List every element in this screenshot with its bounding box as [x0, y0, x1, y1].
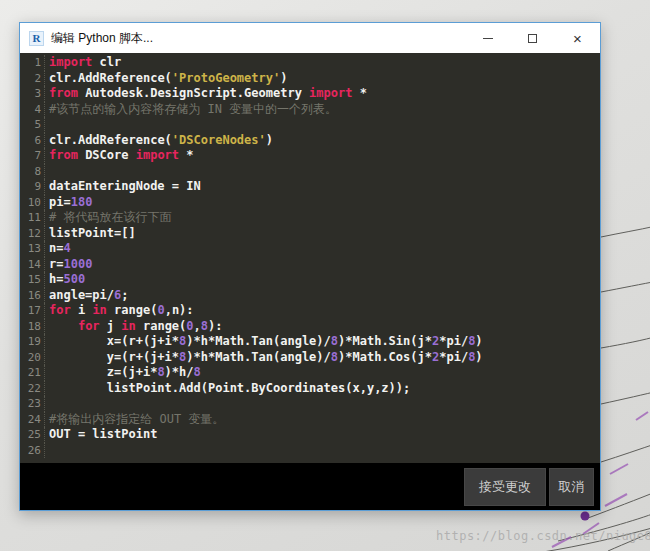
code-line: 1import clr — [20, 55, 600, 71]
code-line: 12listPoint=[] — [20, 226, 600, 242]
code-text — [49, 164, 600, 180]
code-line: 23 — [20, 396, 600, 412]
python-editor-window: R 编辑 Python 脚本... × 1import clr2clr.AddR… — [19, 22, 601, 511]
window-controls: × — [465, 23, 600, 53]
code-text: n=4 — [49, 241, 600, 257]
line-number: 7 — [20, 148, 45, 164]
code-text: angle=pi/6; — [49, 288, 600, 304]
code-line: 2clr.AddReference('ProtoGeometry') — [20, 71, 600, 87]
code-text: from DSCore import * — [49, 148, 600, 164]
accept-changes-button[interactable]: 接受更改 — [464, 468, 546, 506]
code-line: 21 z=(j+i*8)*h/8 — [20, 365, 600, 381]
code-line: 19 x=(r+(j+i*8)*h*Math.Tan(angle)/8)*Mat… — [20, 334, 600, 350]
code-text: for j in range(0,8): — [49, 319, 600, 335]
line-number: 5 — [20, 117, 45, 133]
code-line: 10pi=180 — [20, 195, 600, 211]
minimize-icon — [483, 38, 493, 39]
cancel-button[interactable]: 取消 — [549, 468, 594, 506]
line-number: 15 — [20, 272, 45, 288]
maximize-button[interactable] — [510, 23, 555, 53]
code-text — [49, 396, 600, 412]
code-line: 26 — [20, 443, 600, 459]
code-line: 20 y=(r+(j+i*8)*h*Math.Tan(angle)/8)*Mat… — [20, 350, 600, 366]
code-text: listPoint.Add(Point.ByCoordinates(x,y,z)… — [49, 381, 600, 397]
code-text: r=1000 — [49, 257, 600, 273]
line-number: 20 — [20, 350, 45, 366]
code-text: y=(r+(j+i*8)*h*Math.Tan(angle)/8)*Math.C… — [49, 350, 600, 366]
code-text: clr.AddReference('DSCoreNodes') — [49, 133, 600, 149]
code-editor[interactable]: 1import clr2clr.AddReference('ProtoGeome… — [20, 53, 600, 463]
line-number: 12 — [20, 226, 45, 242]
line-number: 24 — [20, 412, 45, 428]
code-line: 5 — [20, 117, 600, 133]
code-text: OUT = listPoint — [49, 427, 600, 443]
code-text: import clr — [49, 55, 600, 71]
close-icon: × — [573, 31, 582, 46]
line-number: 13 — [20, 241, 45, 257]
line-number: 16 — [20, 288, 45, 304]
code-line: 7from DSCore import * — [20, 148, 600, 164]
code-line: 4#该节点的输入内容将存储为 IN 变量中的一个列表。 — [20, 102, 600, 118]
line-number: 11 — [20, 210, 45, 226]
line-number: 4 — [20, 102, 45, 118]
code-text: pi=180 — [49, 195, 600, 211]
line-number: 18 — [20, 319, 45, 335]
code-line: 14r=1000 — [20, 257, 600, 273]
code-text: for i in range(0,n): — [49, 303, 600, 319]
code-text: dataEnteringNode = IN — [49, 179, 600, 195]
line-number: 22 — [20, 381, 45, 397]
code-line: 3from Autodesk.DesignScript.Geometry imp… — [20, 86, 600, 102]
code-text: #将输出内容指定给 OUT 变量。 — [49, 412, 600, 428]
window-title: 编辑 Python 脚本... — [51, 30, 153, 47]
line-number: 23 — [20, 396, 45, 412]
line-number: 19 — [20, 334, 45, 350]
line-number: 21 — [20, 365, 45, 381]
window-titlebar[interactable]: R 编辑 Python 脚本... × — [20, 23, 600, 53]
line-number: 26 — [20, 443, 45, 459]
code-line: 25OUT = listPoint — [20, 427, 600, 443]
code-line: 11# 将代码放在该行下面 — [20, 210, 600, 226]
line-number: 1 — [20, 55, 45, 71]
code-line: 16angle=pi/6; — [20, 288, 600, 304]
maximize-icon — [528, 34, 537, 43]
code-text: # 将代码放在该行下面 — [49, 210, 600, 226]
line-number: 2 — [20, 71, 45, 87]
line-number: 25 — [20, 427, 45, 443]
line-number: 3 — [20, 86, 45, 102]
code-line: 8 — [20, 164, 600, 180]
code-line: 13n=4 — [20, 241, 600, 257]
code-text: z=(j+i*8)*h/8 — [49, 365, 600, 381]
line-number: 14 — [20, 257, 45, 273]
line-number: 10 — [20, 195, 45, 211]
minimize-button[interactable] — [465, 23, 510, 53]
code-text: x=(r+(j+i*8)*h*Math.Tan(angle)/8)*Math.S… — [49, 334, 600, 350]
geometry-point — [581, 512, 590, 521]
code-text: h=500 — [49, 272, 600, 288]
code-text — [49, 443, 600, 459]
code-text: clr.AddReference('ProtoGeometry') — [49, 71, 600, 87]
code-line: 9dataEnteringNode = IN — [20, 179, 600, 195]
close-button[interactable]: × — [555, 23, 600, 53]
code-line: 6clr.AddReference('DSCoreNodes') — [20, 133, 600, 149]
dialog-footer: 接受更改 取消 — [20, 463, 600, 510]
line-number: 9 — [20, 179, 45, 195]
code-line: 22 listPoint.Add(Point.ByCoordinates(x,y… — [20, 381, 600, 397]
code-line: 24#将输出内容指定给 OUT 变量。 — [20, 412, 600, 428]
code-line: 18 for j in range(0,8): — [20, 319, 600, 335]
code-line: 17for i in range(0,n): — [20, 303, 600, 319]
code-text — [49, 117, 600, 133]
line-number: 8 — [20, 164, 45, 180]
watermark-url: https://blog.csdn.net/niuge8905 — [436, 529, 650, 543]
code-text: #该节点的输入内容将存储为 IN 变量中的一个列表。 — [49, 102, 600, 118]
revit-app-icon: R — [29, 31, 44, 46]
line-number: 17 — [20, 303, 45, 319]
code-text: listPoint=[] — [49, 226, 600, 242]
code-line: 15h=500 — [20, 272, 600, 288]
code-text: from Autodesk.DesignScript.Geometry impo… — [49, 86, 600, 102]
line-number: 6 — [20, 133, 45, 149]
